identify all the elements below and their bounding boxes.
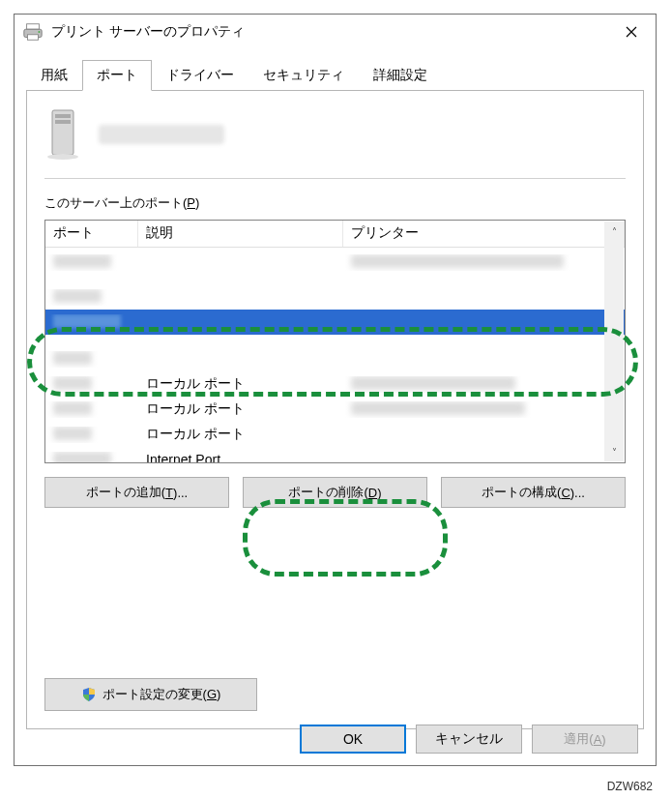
list-row[interactable]: ローカル ポート	[45, 371, 625, 397]
dialog-button-row: OK キャンセル 適用(A)	[300, 725, 638, 754]
tab-security[interactable]: セキュリティ	[248, 60, 359, 91]
svg-rect-0	[27, 24, 40, 30]
svg-rect-2	[28, 35, 39, 41]
svg-rect-5	[55, 114, 71, 118]
close-button[interactable]	[609, 16, 654, 47]
ports-listbox[interactable]: ポート 説明 プリンター	[44, 220, 626, 463]
close-icon	[626, 26, 637, 38]
tab-paper[interactable]: 用紙	[26, 60, 82, 91]
column-printer[interactable]: プリンター	[343, 221, 625, 247]
window-title: プリント サーバーのプロパティ	[51, 23, 609, 41]
divider	[44, 178, 626, 179]
apply-button[interactable]: 適用(A)	[532, 725, 638, 754]
tab-advanced[interactable]: 詳細設定	[359, 60, 442, 91]
column-description[interactable]: 説明	[138, 221, 343, 247]
list-row[interactable]: ローカル ポート	[45, 397, 625, 422]
list-row-selected[interactable]	[45, 310, 625, 335]
image-reference-id: DZW682	[607, 780, 653, 793]
shield-icon	[81, 687, 97, 702]
printer-icon	[22, 22, 44, 42]
list-header: ポート 説明 プリンター	[45, 221, 625, 248]
list-row[interactable]	[45, 250, 625, 275]
list-row[interactable]: ローカル ポート	[45, 422, 625, 447]
server-icon	[44, 108, 85, 161]
port-buttons-row: ポートの追加(T)... ポートの削除(D) ポートの構成(C)...	[44, 477, 626, 508]
list-row[interactable]	[45, 346, 625, 371]
ok-button[interactable]: OK	[300, 725, 406, 754]
tab-drivers[interactable]: ドライバー	[152, 60, 248, 91]
tab-strip: 用紙 ポート ドライバー セキュリティ 詳細設定	[26, 59, 644, 91]
scroll-down-icon[interactable]: ˅	[604, 442, 624, 461]
list-row[interactable]	[45, 284, 625, 310]
server-info-row	[44, 104, 626, 174]
delete-port-button[interactable]: ポートの削除(D)	[243, 477, 427, 508]
print-server-properties-window: プリント サーバーのプロパティ 用紙 ポート ドライバー セキュリティ 詳細設定	[14, 14, 657, 766]
ports-on-server-label: このサーバー上のポート(P)	[44, 194, 626, 212]
server-name-blurred	[99, 125, 224, 144]
svg-point-7	[47, 154, 78, 160]
list-body: ローカル ポート ローカル ポート ローカル ポート	[45, 248, 625, 462]
list-row[interactable]: Internet Port	[45, 447, 625, 462]
scroll-up-icon[interactable]: ˄	[604, 222, 624, 241]
column-port[interactable]: ポート	[45, 221, 138, 247]
tab-ports[interactable]: ポート	[82, 60, 152, 91]
svg-point-3	[39, 31, 41, 33]
add-port-button[interactable]: ポートの追加(T)...	[44, 477, 229, 508]
tab-content-ports: このサーバー上のポート(P) ポート 説明 プリンター	[26, 91, 644, 729]
configure-port-button[interactable]: ポートの構成(C)...	[441, 477, 626, 508]
change-port-settings-button[interactable]: ポート設定の変更(G)	[44, 678, 257, 711]
titlebar: プリント サーバーのプロパティ	[15, 15, 656, 49]
cancel-button[interactable]: キャンセル	[416, 725, 522, 754]
svg-rect-6	[55, 120, 71, 124]
scrollbar[interactable]: ˄ ˅	[604, 222, 624, 461]
